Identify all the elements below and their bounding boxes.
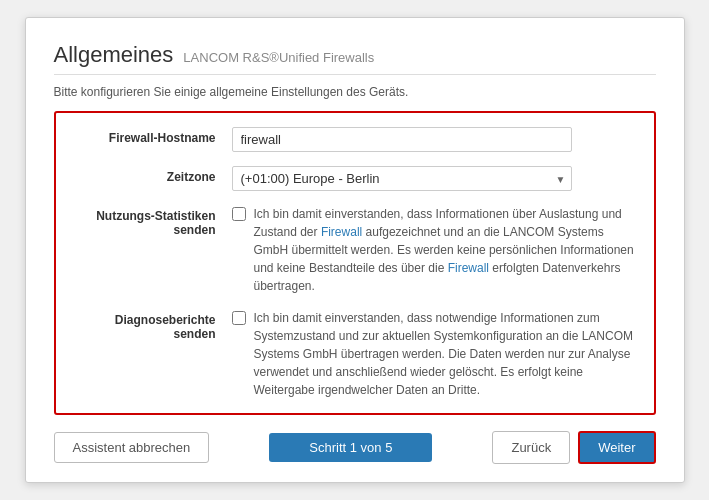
form-section: Firewall-Hostname Zeitzone (+01:00) Euro… — [54, 111, 656, 415]
usage-stats-checkbox-row: Ich bin damit einverstanden, dass Inform… — [232, 205, 638, 295]
step-indicator: Schritt 1 von 5 — [269, 433, 432, 462]
dialog-subtitle: LANCOM R&S®Unified Firewalls — [183, 50, 374, 65]
diag-label: Diagnoseberichte senden — [72, 309, 232, 341]
hostname-label: Firewall-Hostname — [72, 127, 232, 145]
diag-row: Diagnoseberichte senden Ich bin damit ei… — [72, 309, 638, 399]
hostname-input[interactable] — [232, 127, 572, 152]
timezone-select[interactable]: (+01:00) Europe - Berlin — [232, 166, 572, 191]
timezone-row: Zeitzone (+01:00) Europe - Berlin ▼ — [72, 166, 638, 191]
nav-buttons: Zurück Weiter — [492, 431, 655, 464]
timezone-select-wrap: (+01:00) Europe - Berlin ▼ — [232, 166, 572, 191]
usage-stats-text: Ich bin damit einverstanden, dass Inform… — [254, 205, 638, 295]
usage-stats-control: Ich bin damit einverstanden, dass Inform… — [232, 205, 638, 295]
diag-text: Ich bin damit einverstanden, dass notwen… — [254, 309, 638, 399]
timezone-control: (+01:00) Europe - Berlin ▼ — [232, 166, 638, 191]
header-divider — [54, 74, 656, 75]
dialog-footer: Assistent abbrechen Schritt 1 von 5 Zurü… — [54, 431, 656, 464]
usage-stats-checkbox[interactable] — [232, 207, 246, 221]
cancel-button[interactable]: Assistent abbrechen — [54, 432, 210, 463]
diag-checkbox-row: Ich bin damit einverstanden, dass notwen… — [232, 309, 638, 399]
timezone-label: Zeitzone — [72, 166, 232, 184]
next-button[interactable]: Weiter — [578, 431, 655, 464]
dialog-header: Allgemeines LANCOM R&S®Unified Firewalls — [54, 42, 656, 68]
dialog-description: Bitte konfigurieren Sie einige allgemein… — [54, 85, 656, 99]
usage-stats-highlight2: Firewall — [448, 261, 489, 275]
back-button[interactable]: Zurück — [492, 431, 570, 464]
diag-control: Ich bin damit einverstanden, dass notwen… — [232, 309, 638, 399]
diag-checkbox[interactable] — [232, 311, 246, 325]
main-dialog: Allgemeines LANCOM R&S®Unified Firewalls… — [25, 17, 685, 483]
usage-stats-label: Nutzungs-Statistiken senden — [72, 205, 232, 237]
usage-stats-row: Nutzungs-Statistiken senden Ich bin dami… — [72, 205, 638, 295]
dialog-title: Allgemeines — [54, 42, 174, 68]
hostname-row: Firewall-Hostname — [72, 127, 638, 152]
hostname-control — [232, 127, 638, 152]
usage-stats-highlight1: Firewall — [321, 225, 362, 239]
